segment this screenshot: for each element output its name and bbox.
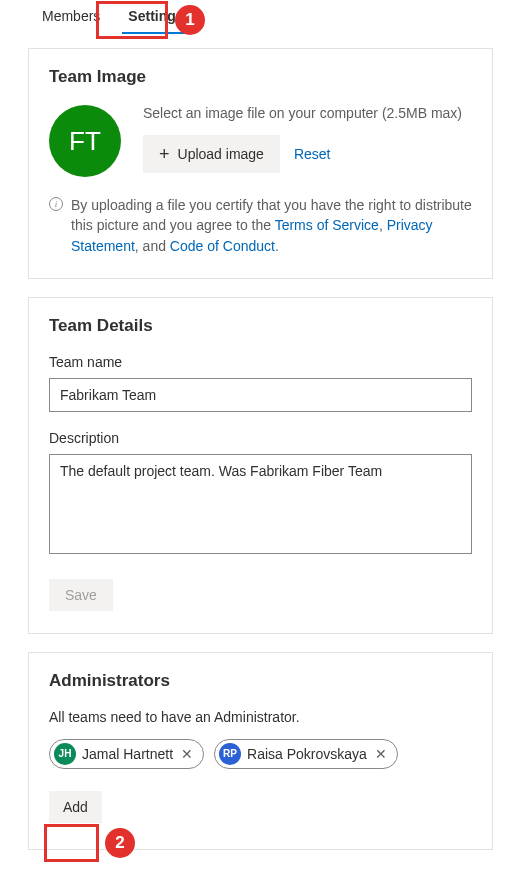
admin-chip: RPRaisa Pokrovskaya✕ xyxy=(214,739,398,769)
add-administrator-button[interactable]: Add xyxy=(49,791,102,823)
team-name-input[interactable] xyxy=(49,378,472,412)
admin-avatar: JH xyxy=(54,743,76,765)
administrators-heading: Administrators xyxy=(49,671,472,691)
administrators-note: All teams need to have an Administrator. xyxy=(49,709,472,725)
save-button[interactable]: Save xyxy=(49,579,113,611)
upload-image-label: Upload image xyxy=(178,146,264,162)
remove-admin-icon[interactable]: ✕ xyxy=(179,746,195,762)
administrators-list: JHJamal Hartnett✕RPRaisa Pokrovskaya✕ xyxy=(49,739,472,769)
team-name-label: Team name xyxy=(49,354,472,370)
reset-link[interactable]: Reset xyxy=(294,146,331,162)
tabs: Members Settings xyxy=(0,0,521,34)
admin-chip: JHJamal Hartnett✕ xyxy=(49,739,204,769)
description-label: Description xyxy=(49,430,472,446)
team-details-heading: Team Details xyxy=(49,316,472,336)
upload-image-button[interactable]: + Upload image xyxy=(143,135,280,173)
plus-icon: + xyxy=(159,145,170,163)
tab-settings[interactable]: Settings xyxy=(114,0,197,34)
description-input[interactable] xyxy=(49,454,472,554)
admin-name: Jamal Hartnett xyxy=(82,746,173,762)
upload-hint: Select an image file on your computer (2… xyxy=(143,105,472,121)
team-image-panel: Team Image FT Select an image file on yo… xyxy=(28,48,493,279)
remove-admin-icon[interactable]: ✕ xyxy=(373,746,389,762)
code-of-conduct-link[interactable]: Code of Conduct xyxy=(170,238,275,254)
upload-disclaimer: By uploading a file you certify that you… xyxy=(71,195,472,256)
admin-name: Raisa Pokrovskaya xyxy=(247,746,367,762)
administrators-panel: Administrators All teams need to have an… xyxy=(28,652,493,850)
terms-of-service-link[interactable]: Terms of Service xyxy=(275,217,379,233)
team-details-panel: Team Details Team name Description Save xyxy=(28,297,493,634)
info-icon: i xyxy=(49,197,63,211)
team-avatar: FT xyxy=(49,105,121,177)
team-image-heading: Team Image xyxy=(49,67,472,87)
admin-avatar: RP xyxy=(219,743,241,765)
tab-members[interactable]: Members xyxy=(28,0,114,34)
